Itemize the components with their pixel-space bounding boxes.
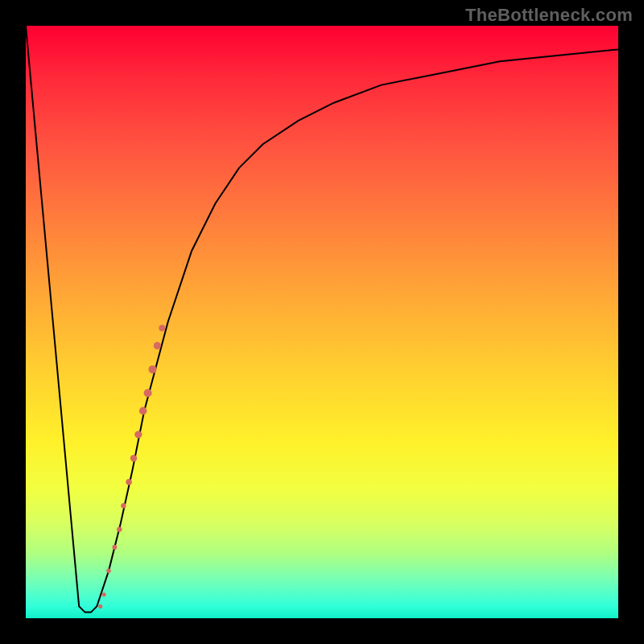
plot-area (26, 26, 618, 618)
marker-6 (134, 431, 142, 438)
marker-14 (98, 605, 102, 609)
chart-frame: TheBottleneck.com (0, 0, 644, 644)
marker-9 (149, 365, 157, 374)
marker-13 (102, 592, 106, 597)
marker-group (98, 324, 165, 609)
marker-10 (154, 342, 161, 349)
marker-3 (121, 503, 126, 508)
marker-7 (139, 407, 147, 415)
marker-8 (144, 389, 152, 397)
marker-1 (112, 545, 117, 550)
watermark-text: TheBottleneck.com (465, 5, 633, 26)
marker-11 (159, 324, 165, 331)
marker-5 (130, 455, 137, 461)
bottleneck-curve (26, 26, 618, 613)
chart-svg (26, 26, 618, 618)
marker-2 (117, 526, 122, 531)
marker-12 (106, 568, 111, 573)
marker-4 (126, 479, 132, 485)
